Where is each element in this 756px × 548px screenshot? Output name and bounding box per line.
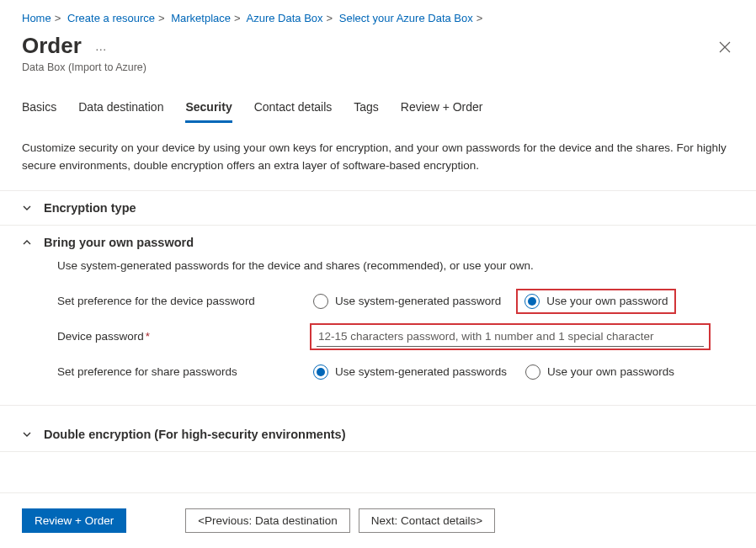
chevron-up-icon <box>22 237 32 247</box>
breadcrumb: Home> Create a resource> Marketplace> Az… <box>0 0 756 31</box>
device-password-label: Device password* <box>57 330 293 343</box>
previous-button[interactable]: <Previous: Data destination <box>185 508 349 533</box>
radio-label: Use system-generated passwords <box>335 365 507 378</box>
section-header-bring-your-own-password[interactable]: Bring your own password <box>22 226 734 259</box>
section-hint: Use system-generated passwords for the d… <box>57 259 734 272</box>
share-password-pref-label: Set preference for share passwords <box>57 365 293 378</box>
page-subtitle: Data Box (Import to Azure) <box>0 60 756 73</box>
footer-actions: Review + Order <Previous: Data destinati… <box>0 492 756 548</box>
tab-data-destination[interactable]: Data destination <box>78 97 163 123</box>
radio-label: Use system-generated password <box>335 295 501 307</box>
page-title: Order <box>22 33 82 59</box>
device-password-pref-label: Set preference for the device password <box>57 295 293 307</box>
crumb-create-resource[interactable]: Create a resource <box>67 12 155 24</box>
crumb-marketplace[interactable]: Marketplace <box>171 12 231 24</box>
chevron-down-icon <box>22 203 32 213</box>
radio-icon <box>525 364 540 380</box>
radio-share-system-generated[interactable]: Use system-generated passwords <box>310 361 514 383</box>
radio-icon <box>313 294 328 309</box>
section-header-double-encryption[interactable]: Double encryption (For high-security env… <box>22 418 734 451</box>
tab-description: Customize security on your device by usi… <box>0 123 756 191</box>
section-title: Double encryption (For high-security env… <box>44 428 346 441</box>
section-title: Encryption type <box>44 201 136 215</box>
review-order-button[interactable]: Review + Order <box>22 508 126 533</box>
section-header-encryption-type[interactable]: Encryption type <box>22 191 734 225</box>
tab-tags[interactable]: Tags <box>354 97 379 123</box>
crumb-azure-data-box[interactable]: Azure Data Box <box>247 12 323 24</box>
radio-label: Use your own password <box>546 295 668 307</box>
tab-basics[interactable]: Basics <box>22 97 56 123</box>
crumb-home[interactable]: Home <box>22 12 51 24</box>
tabs: Basics Data destination Security Contact… <box>0 73 756 123</box>
radio-share-use-own[interactable]: Use your own passwords <box>522 361 681 383</box>
radio-device-use-own[interactable]: Use your own password <box>516 289 676 314</box>
tab-review-order[interactable]: Review + Order <box>401 97 483 123</box>
tab-security[interactable]: Security <box>185 97 232 123</box>
radio-label: Use your own passwords <box>547 365 674 378</box>
radio-icon <box>313 364 328 380</box>
radio-icon <box>524 294 540 309</box>
next-button[interactable]: Next: Contact details> <box>359 508 495 533</box>
device-password-input[interactable] <box>317 327 704 347</box>
tab-contact-details[interactable]: Contact details <box>254 97 333 123</box>
crumb-select-data-box[interactable]: Select your Azure Data Box <box>339 12 473 24</box>
more-menu-icon[interactable]: … <box>95 40 108 53</box>
radio-device-system-generated[interactable]: Use system-generated password <box>310 290 508 312</box>
chevron-down-icon <box>22 429 32 439</box>
close-icon <box>719 41 731 53</box>
section-title: Bring your own password <box>44 236 194 249</box>
close-button[interactable] <box>716 38 734 60</box>
